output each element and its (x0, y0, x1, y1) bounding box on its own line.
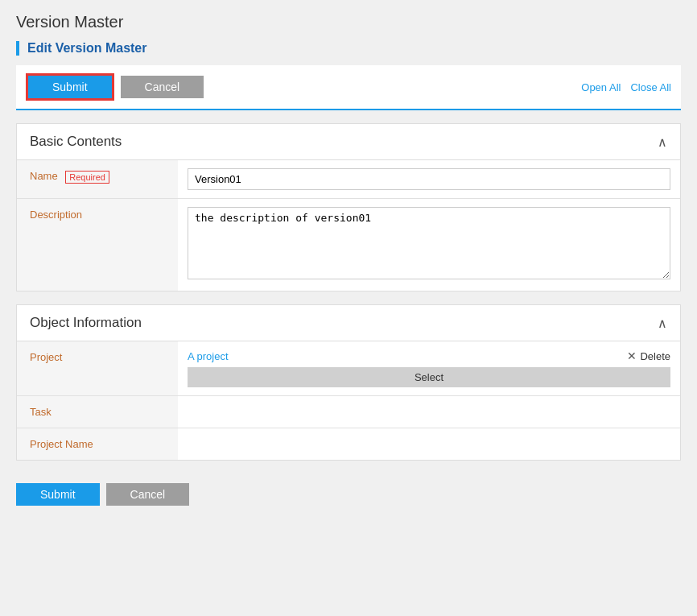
delete-x-icon: ✕ (627, 349, 637, 362)
edit-header: Edit Version Master (16, 41, 681, 56)
object-information-chevron-icon[interactable]: ∧ (658, 316, 667, 331)
task-input-cell (178, 396, 680, 428)
basic-contents-body: Name Required Description the descriptio… (17, 160, 680, 291)
edit-header-text: Edit Version Master (27, 41, 147, 56)
select-project-button[interactable]: Select (188, 367, 670, 387)
close-all-link[interactable]: Close All (630, 81, 671, 93)
basic-contents-section: Basic Contents ∧ Name Required Descripti… (16, 123, 681, 291)
bottom-toolbar: Submit Cancel (16, 473, 681, 509)
submit-button-top[interactable]: Submit (26, 73, 114, 101)
cancel-button-top[interactable]: Cancel (121, 76, 204, 98)
top-toolbar: Submit Cancel Open All Close All (16, 65, 681, 110)
description-row: Description the description of version01 (17, 199, 680, 291)
project-input-cell: A project ✕ Delete Select (178, 341, 680, 396)
name-row: Name Required (17, 160, 680, 199)
name-label: Name Required (17, 160, 178, 199)
project-label: Project (17, 341, 178, 396)
description-textarea[interactable]: the description of version01 (188, 207, 670, 279)
project-cell-inner: A project ✕ Delete Select (188, 349, 670, 387)
basic-contents-header: Basic Contents ∧ (17, 124, 680, 160)
object-information-body: Project A project ✕ Delete Select (17, 341, 680, 460)
submit-button-bottom[interactable]: Submit (16, 483, 100, 506)
name-input-cell (178, 160, 680, 199)
description-label: Description (17, 199, 178, 291)
project-value: A project (188, 350, 627, 362)
task-label: Task (17, 396, 178, 428)
open-all-link[interactable]: Open All (581, 81, 621, 93)
project-top-row: A project ✕ Delete (188, 349, 670, 362)
project-name-label: Project Name (17, 428, 178, 461)
description-input-cell: the description of version01 (178, 199, 680, 291)
object-information-section: Object Information ∧ Project A project ✕… (16, 304, 681, 461)
task-row: Task (17, 396, 680, 428)
page-title: Version Master (16, 13, 681, 31)
object-information-table: Project A project ✕ Delete Select (17, 341, 680, 460)
basic-contents-table: Name Required Description the descriptio… (17, 160, 680, 291)
project-name-row: Project Name (17, 428, 680, 461)
object-information-header: Object Information ∧ (17, 305, 680, 341)
required-badge: Required (65, 171, 109, 184)
object-information-title: Object Information (30, 315, 142, 331)
project-name-input-cell (178, 428, 680, 461)
basic-contents-title: Basic Contents (30, 134, 122, 150)
delete-label: Delete (640, 350, 670, 362)
name-input[interactable] (188, 168, 670, 190)
page-wrapper: Version Master Edit Version Master Submi… (0, 0, 697, 616)
project-row: Project A project ✕ Delete Select (17, 341, 680, 396)
cancel-button-bottom[interactable]: Cancel (106, 483, 190, 506)
delete-project-button[interactable]: ✕ Delete (627, 349, 670, 362)
toolbar-links: Open All Close All (581, 81, 671, 93)
basic-contents-chevron-icon[interactable]: ∧ (658, 134, 667, 150)
